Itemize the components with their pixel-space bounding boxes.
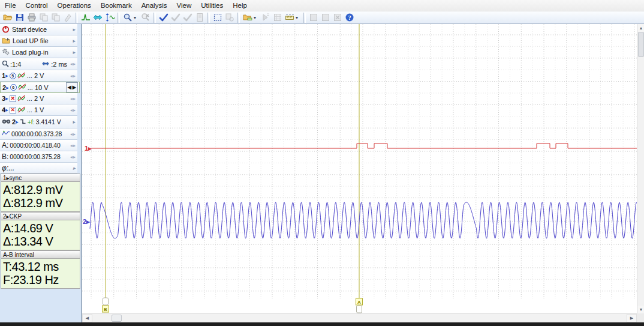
vertical-scrollbar[interactable]: ▲ ▼ — [637, 24, 644, 313]
play-reference-icon — [260, 12, 272, 23]
cursor-label-A: A — [357, 300, 361, 305]
zoom-scale-value: :1:4 — [10, 61, 21, 68]
print-icon[interactable] — [26, 12, 38, 23]
measure-value-line: Δ:13.34 V — [3, 235, 80, 248]
channel-range-stepper[interactable]: ◀▶ — [66, 82, 78, 92]
probe-coupling-icon[interactable] — [17, 106, 26, 114]
measure-value-line: A:812.9 mV — [3, 183, 80, 196]
accept-check-icon[interactable] — [158, 12, 170, 23]
menu-operations[interactable]: Operations — [53, 1, 96, 10]
power-icon — [2, 25, 10, 34]
sidebar-button-load-up-file[interactable]: Load UP file▸ — [0, 35, 77, 47]
step-right-icon[interactable]: ▶ — [73, 85, 76, 90]
scroll-down-icon[interactable]: ▼ — [637, 306, 644, 313]
channel-row-1[interactable]: 1▸5... 2 V◂▸ — [0, 70, 77, 82]
sidebar-button-load-plug-in[interactable]: Load plug-in▸ — [0, 47, 77, 58]
zoom-select-dropdown-icon[interactable]: ▾ — [134, 15, 139, 20]
chevron-right-icon[interactable]: ▸ — [73, 165, 76, 171]
horizontal-scroll-thumb[interactable] — [112, 315, 122, 322]
channel-row-2[interactable]: 2▸6... 10 V◀▶ — [0, 82, 80, 93]
probe-coupling-icon[interactable] — [17, 95, 26, 103]
load-reference-dropdown-icon[interactable]: ▾ — [254, 15, 258, 20]
toolbar: ▾▾▾? — [0, 11, 644, 24]
horizontal-scrollbar[interactable]: ◀ ▶ — [82, 313, 637, 322]
cursor-handle-A[interactable] — [357, 306, 362, 313]
probe-coupling-icon[interactable] — [17, 72, 26, 80]
vertical-scroll-thumb[interactable] — [638, 32, 644, 57]
stepper-arrows-icon[interactable]: ◂▸ — [70, 61, 76, 67]
copy-fragment-icon — [38, 12, 50, 23]
check-prev-icon — [170, 12, 182, 23]
measure-scale-icon[interactable] — [284, 12, 296, 23]
chevron-right-icon[interactable]: ▸ — [73, 26, 76, 32]
trigger-row[interactable]: 2▸+f:3.4141 V▸ — [0, 116, 77, 128]
cursor-time-value: 0000:00:00.418.40 — [10, 142, 69, 149]
menu-analysis[interactable]: Analysis — [137, 1, 172, 10]
image-prev-icon — [308, 12, 320, 23]
channel-row-3[interactable]: 3▸✕... 2 V◂▸ — [0, 93, 77, 104]
toolbar-separator — [76, 13, 78, 23]
menu-bookmark[interactable]: Bookmark — [96, 1, 137, 10]
probe-coupling-icon[interactable] — [18, 83, 26, 91]
scroll-right-icon[interactable]: ▶ — [627, 314, 637, 322]
measure-scale-dropdown-icon[interactable]: ▾ — [296, 15, 300, 20]
scale-sweep-row[interactable]: :1:4:2 ms◂▸ — [0, 58, 77, 70]
plugin-icon — [2, 48, 10, 56]
open-file-icon[interactable] — [2, 12, 14, 23]
measure-value-line: F:23.19 Hz — [3, 273, 80, 286]
copy-screen-icon — [50, 12, 62, 23]
channel-row-4[interactable]: 4▸✕... 1 V◂▸ — [0, 104, 77, 116]
trace-label-ch2[interactable]: 2▸ — [83, 218, 90, 225]
menu-control[interactable]: Control — [21, 1, 53, 10]
zoom-select-icon[interactable] — [122, 12, 134, 23]
image-delete-icon — [332, 12, 344, 23]
magnifier-icon — [2, 60, 9, 68]
menu-file[interactable]: File — [0, 1, 21, 10]
chevron-right-icon[interactable]: ▸ — [73, 38, 76, 44]
channel-arrow-icon: ▸ — [5, 73, 8, 79]
cursor-handle-B[interactable] — [103, 298, 109, 305]
menu-help[interactable]: Help — [228, 1, 252, 10]
measure-panel-values: A:14.69 VΔ:13.34 V — [1, 220, 80, 250]
channel-mode-icon[interactable]: 6 — [10, 84, 17, 91]
stepper-arrows-icon[interactable]: ◂▸ — [70, 154, 76, 160]
measure-panel-title: 2▸CKP — [1, 212, 80, 220]
measure-value-line: T:43.12 ms — [3, 260, 80, 273]
sweep-icon — [41, 61, 50, 68]
stepper-arrows-icon[interactable]: ◂▸ — [70, 73, 76, 79]
step-left-icon[interactable]: ◀ — [68, 85, 71, 90]
check-next-icon — [182, 12, 194, 23]
menu-utilities[interactable]: Utilities — [196, 1, 228, 10]
trace-label-ch1[interactable]: 1▸ — [85, 145, 92, 152]
select-region-icon[interactable] — [212, 12, 224, 23]
chevron-right-icon[interactable]: ▸ — [73, 119, 76, 125]
stepper-arrows-icon[interactable]: ◂▸ — [70, 143, 76, 148]
report-page-icon — [194, 12, 206, 23]
stepper-arrows-icon[interactable]: ◂▸ — [70, 107, 76, 113]
binoculars-icon — [2, 118, 11, 125]
measure-panel-values: T:43.12 msF:23.19 Hz — [1, 258, 80, 289]
channel-disabled-icon[interactable]: ✕ — [10, 95, 16, 102]
cursor-time-row-A[interactable]: A:0000:00:00.418.40◂▸ — [0, 140, 77, 151]
scroll-up-icon[interactable]: ▲ — [637, 24, 644, 32]
menu-view[interactable]: View — [171, 1, 196, 10]
single-sweep-icon[interactable] — [80, 12, 92, 23]
stepper-arrows-icon[interactable]: ◂▸ — [70, 131, 76, 137]
position-time-row[interactable]: 0000:00:00.373.28◂▸ — [0, 128, 77, 140]
fit-vertical-icon[interactable] — [104, 12, 116, 23]
channel-range-value: ... 2 V — [27, 72, 69, 79]
sweep-value: :2 ms — [51, 61, 69, 68]
sidebar-button-start-device[interactable]: Start device▸ — [0, 24, 77, 35]
chevron-right-icon[interactable]: ▸ — [73, 49, 76, 55]
load-reference-icon[interactable] — [242, 12, 254, 23]
stepper-arrows-icon[interactable]: ◂▸ — [70, 96, 76, 101]
channel-mode-icon[interactable]: 5 — [10, 73, 16, 79]
cursor-time-row-B[interactable]: B:0000:00:00.375.28◂▸ — [0, 151, 77, 163]
channel-disabled-icon[interactable]: ✕ — [10, 107, 16, 113]
pan-mode-icon[interactable] — [92, 12, 104, 23]
waveform-plot[interactable]: BA1▸2▸ — [82, 24, 637, 313]
help-icon[interactable]: ? — [344, 12, 356, 23]
save-file-icon[interactable] — [14, 12, 26, 23]
scroll-left-icon[interactable]: ◀ — [82, 314, 92, 322]
phase-row[interactable]: φ:...▸ — [0, 163, 77, 174]
